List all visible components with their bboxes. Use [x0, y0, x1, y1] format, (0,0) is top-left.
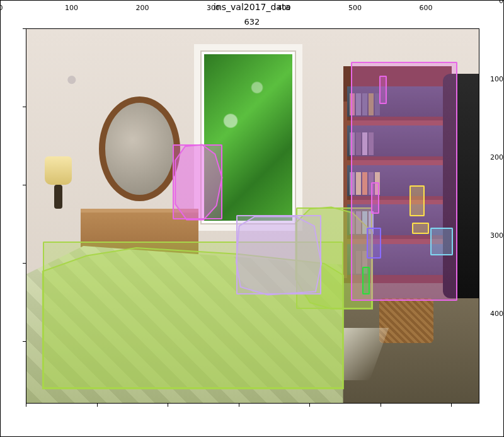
- window: [194, 44, 302, 231]
- oval-mirror: [99, 96, 180, 201]
- y-tick-mark: [23, 185, 26, 185]
- wicker-basket: [379, 298, 433, 343]
- axes-image-area: [26, 28, 479, 404]
- x-tick-label: 0: [0, 4, 3, 12]
- figure-frame: ins_val2017_data 632 0100200300400500600: [0, 0, 504, 437]
- y-tick-mark: [23, 28, 26, 29]
- y-tick-label: 100: [484, 74, 503, 83]
- x-tick-mark: [26, 404, 26, 407]
- y-tick-label: 0: [484, 0, 503, 5]
- window-glass: [204, 54, 292, 221]
- x-tick-label: 300: [207, 4, 220, 12]
- x-tick-label: 200: [136, 4, 149, 12]
- y-tick-label: 400: [484, 309, 503, 317]
- y-tick-label: 200: [484, 153, 503, 161]
- x-tick-label: 400: [278, 4, 291, 12]
- x-tick-mark: [309, 404, 310, 407]
- x-tick-mark: [451, 404, 452, 407]
- bed-comforter: [26, 246, 343, 403]
- x-tick-mark: [168, 404, 168, 407]
- x-tick-label: 100: [65, 4, 78, 12]
- x-tick-label: 600: [420, 4, 433, 12]
- x-tick-mark: [97, 404, 98, 407]
- x-tick-mark: [381, 404, 381, 407]
- y-tick-mark: [23, 341, 26, 342]
- y-tick-label: 300: [484, 231, 503, 239]
- axes-title: 632: [1, 17, 503, 26]
- y-tick-mark: [23, 107, 26, 107]
- y-tick-mark: [23, 263, 26, 264]
- bookshelf: [343, 66, 452, 313]
- bedroom-photo: [26, 29, 479, 403]
- x-tick-label: 500: [348, 4, 362, 12]
- table-lamp: [45, 156, 72, 209]
- x-tick-mark: [239, 404, 239, 407]
- hanging-coat: [443, 74, 479, 298]
- y-axis-ticks: 0100200300400: [1, 13, 21, 388]
